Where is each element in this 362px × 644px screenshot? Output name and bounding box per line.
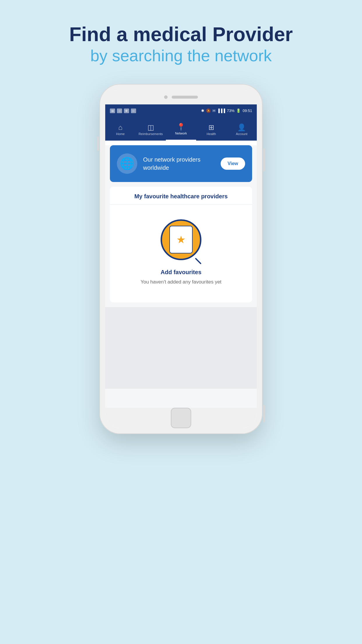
nav-item-account[interactable]: 👤 Account xyxy=(226,117,257,141)
nav-item-home[interactable]: ⌂ Home xyxy=(105,117,136,141)
globe-icon: 🌐 xyxy=(117,153,137,174)
nav-item-health[interactable]: ⊞ Health xyxy=(196,117,226,141)
phone-bottom-bezel xyxy=(105,408,257,428)
favourites-empty: ★ Add favourites You haven't added any f… xyxy=(110,205,252,302)
side-button-left xyxy=(97,136,99,151)
favourites-header: My favourite healthcare providers xyxy=(110,187,252,205)
network-banner: 🌐 Our network providers worldwide View xyxy=(110,145,252,182)
phone-shell: ▤ ◇ ✿ ▷ ✱ 🔕 H ▐▐▐ 73% 🔋 09:51 ⌂ Home xyxy=(99,84,263,434)
view-button[interactable]: View xyxy=(221,158,245,170)
add-favourites-desc: You haven't added any favourites yet xyxy=(140,279,222,285)
page-header: Find a medical Provider by searching the… xyxy=(69,23,293,66)
star-icon: ★ xyxy=(176,234,186,246)
nav-item-reimbursements[interactable]: ◫ Reimbursements xyxy=(136,117,166,141)
main-subheadline: by searching the network xyxy=(69,45,293,66)
health-icon: ⊞ xyxy=(208,124,214,131)
notif-icon-4: ▷ xyxy=(131,108,136,113)
camera xyxy=(164,95,168,99)
bluetooth-icon: ✱ xyxy=(201,108,204,113)
side-button-right-bottom xyxy=(263,405,265,422)
signal-icon: ▐▐▐ xyxy=(217,108,225,113)
battery-percent: 73% xyxy=(227,108,234,113)
home-icon: ⌂ xyxy=(118,124,123,131)
favourites-section: My favourite healthcare providers ★ Add … xyxy=(110,187,252,302)
nav-label-account: Account xyxy=(236,132,247,136)
nav-label-reimbursements: Reimbursements xyxy=(138,132,163,136)
home-button[interactable] xyxy=(171,408,191,428)
banner-left: 🌐 Our network providers worldwide xyxy=(117,153,221,174)
account-icon: 👤 xyxy=(237,124,246,131)
nav-bar: ⌂ Home ◫ Reimbursements 📍 Network ⊞ Heal… xyxy=(105,117,257,141)
grey-area xyxy=(105,307,257,389)
favourites-title: My favourite healthcare providers xyxy=(116,193,246,200)
banner-text: Our network providers worldwide xyxy=(143,155,221,172)
notif-icon-3: ✿ xyxy=(124,108,129,113)
add-favourites-label: Add favourites xyxy=(161,269,201,276)
status-right: ✱ 🔕 H ▐▐▐ 73% 🔋 09:51 xyxy=(201,108,252,113)
speaker xyxy=(172,96,198,99)
time-display: 09:51 xyxy=(242,108,252,113)
nav-item-network[interactable]: 📍 Network xyxy=(166,117,196,141)
battery-icon: 🔋 xyxy=(236,108,241,113)
network-nav-icon: 📍 xyxy=(177,123,185,130)
notif-icon-2: ◇ xyxy=(117,108,122,113)
nav-label-home: Home xyxy=(116,132,124,136)
phone-top-bezel xyxy=(105,90,257,104)
status-bar: ▤ ◇ ✿ ▷ ✱ 🔕 H ▐▐▐ 73% 🔋 09:51 xyxy=(105,104,257,117)
star-card: ★ xyxy=(169,226,193,253)
side-button-right-top xyxy=(263,148,265,172)
phone-inner: ▤ ◇ ✿ ▷ ✱ 🔕 H ▐▐▐ 73% 🔋 09:51 ⌂ Home xyxy=(105,90,257,428)
nav-label-health: Health xyxy=(207,132,216,136)
notif-icon-1: ▤ xyxy=(110,108,115,113)
volume-icon: 🔕 xyxy=(206,108,211,113)
nav-label-network: Network xyxy=(175,132,187,135)
network-icon: H xyxy=(212,108,215,113)
main-headline: Find a medical Provider xyxy=(69,23,293,45)
status-icons-left: ▤ ◇ ✿ ▷ xyxy=(110,108,136,113)
app-content: 🌐 Our network providers worldwide View M… xyxy=(105,145,257,408)
reimbursements-icon: ◫ xyxy=(147,124,154,131)
star-circle: ★ xyxy=(161,219,201,260)
